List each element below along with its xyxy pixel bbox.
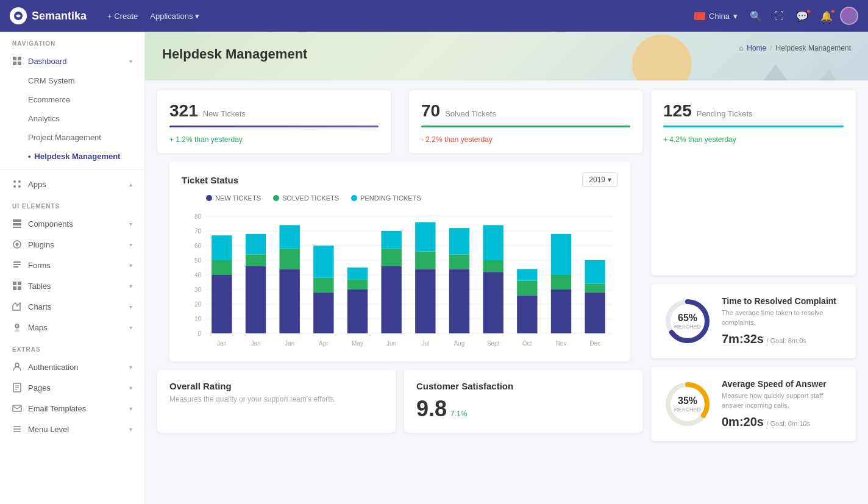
svg-text:Jan: Jan: [285, 340, 294, 347]
chevron-down-icon: ▾: [733, 12, 738, 21]
sidebar-item-dashboard[interactable]: Dashboard ▾: [0, 51, 144, 71]
components-icon: [12, 219, 22, 229]
pending-tickets-dot: [351, 195, 357, 201]
svg-text:60: 60: [194, 243, 202, 249]
svg-text:50: 50: [194, 257, 202, 264]
legend-pending-label: PENDING TICKETS: [360, 194, 421, 202]
plugins-label: Plugins: [28, 240, 54, 249]
breadcrumb-current: Helpdesk Management: [776, 44, 851, 52]
svg-rect-4: [18, 62, 21, 65]
sidebar-item-tables[interactable]: Tables ▾: [0, 275, 144, 296]
svg-marker-33: [781, 69, 863, 80]
sidebar-item-helpdesk[interactable]: Helpdesk Management: [0, 147, 144, 166]
sidebar-item-crm[interactable]: CRM System: [0, 71, 144, 90]
svg-text:20: 20: [194, 301, 202, 308]
logo: Semantika: [10, 7, 87, 24]
svg-rect-61: [279, 225, 299, 248]
avg-speed-card: 35% REACHED Average Speed of Answer Meas…: [651, 367, 856, 441]
email-templates-label: Email Templates: [28, 404, 86, 413]
search-button[interactable]: 🔍: [745, 7, 767, 26]
sidebar-item-authentication[interactable]: Authentication ▾: [0, 357, 144, 377]
sidebar-item-maps[interactable]: Maps ▾: [0, 317, 144, 338]
sidebar-item-analytics[interactable]: Analytics: [0, 109, 144, 128]
svg-rect-10: [13, 223, 21, 225]
chevron-down-icon: ▾: [195, 12, 199, 21]
svg-rect-72: [415, 252, 435, 269]
svg-rect-78: [483, 260, 503, 272]
avg-speed-title: Average Speed of Answer: [722, 379, 844, 389]
expand-button[interactable]: ⛶: [769, 7, 789, 25]
pages-icon: [12, 383, 22, 392]
solved-tickets-bar: [421, 126, 630, 127]
svg-text:Nov: Nov: [556, 340, 567, 347]
chevron-down-icon: ▾: [129, 58, 132, 65]
plugins-icon: [12, 240, 22, 249]
chevron-up-icon: ▴: [129, 181, 132, 188]
sidebar-item-project[interactable]: Project Management: [0, 128, 144, 147]
svg-text:40: 40: [194, 272, 202, 279]
avatar[interactable]: [840, 7, 858, 25]
svg-text:70: 70: [194, 228, 202, 235]
sidebar-item-charts[interactable]: Charts ▾: [0, 296, 144, 317]
solved-tickets-number: 70: [421, 101, 440, 121]
svg-point-13: [16, 243, 19, 246]
new-tickets-dot: [206, 195, 212, 201]
country-selector[interactable]: China ▾: [689, 8, 742, 24]
tables-label: Tables: [28, 282, 51, 291]
svg-rect-74: [449, 269, 469, 333]
svg-text:Oct: Oct: [522, 340, 532, 347]
main-content: Helpdesk Management ⌂ Home / Helpdesk Ma…: [145, 32, 868, 504]
svg-rect-17: [18, 286, 21, 290]
chevron-down-icon: ▾: [129, 364, 132, 371]
overall-rating-subtitle: Measures the quality or your support tea…: [169, 395, 383, 403]
charts-icon: [12, 302, 22, 311]
svg-rect-54: [212, 260, 232, 275]
maps-icon: [12, 322, 22, 332]
svg-rect-85: [551, 234, 571, 275]
chat-button[interactable]: 💬: [791, 7, 813, 26]
time-to-resolve-title: Time to Resolved Complaint: [722, 296, 844, 306]
svg-rect-68: [381, 266, 401, 333]
svg-rect-1: [13, 57, 16, 60]
applications-button[interactable]: Applications ▾: [144, 8, 205, 24]
navigation-section-title: NAVIGATION: [0, 32, 144, 51]
pages-label: Pages: [28, 383, 51, 392]
expand-icon: ⛶: [774, 10, 784, 21]
sidebar-item-forms[interactable]: Forms ▾: [0, 255, 144, 275]
page-header: Helpdesk Management ⌂ Home / Helpdesk Ma…: [145, 32, 868, 80]
bell-button[interactable]: 🔔: [816, 7, 838, 26]
svg-rect-58: [246, 234, 266, 255]
customer-satisfaction-sub: 7.1%: [450, 410, 467, 418]
new-tickets-change: + 1.2% than yesterday: [169, 135, 243, 144]
svg-rect-70: [381, 231, 401, 249]
sidebar-item-apps[interactable]: Apps ▴: [0, 174, 144, 194]
dashboard-label: Dashboard: [28, 57, 67, 66]
menu-level-label: Menu Level: [28, 425, 69, 434]
svg-text:Sept: Sept: [487, 340, 500, 347]
home-icon: ⌂: [739, 44, 743, 52]
charts-label: Charts: [28, 302, 51, 311]
authentication-icon: [12, 362, 22, 372]
svg-rect-64: [313, 246, 333, 278]
sidebar-item-ecommerce[interactable]: Ecommerce: [0, 90, 144, 109]
create-button[interactable]: + Create: [101, 8, 144, 24]
svg-text:Jan: Jan: [217, 340, 227, 347]
breadcrumb-home[interactable]: Home: [747, 44, 766, 52]
overall-rating-title: Overall Rating: [169, 381, 383, 391]
svg-rect-87: [585, 283, 605, 292]
svg-rect-56: [246, 266, 266, 333]
year-filter-button[interactable]: 2019 ▾: [582, 172, 618, 187]
apps-icon: [12, 179, 22, 189]
svg-rect-77: [483, 272, 503, 333]
sidebar-item-plugins[interactable]: Plugins ▾: [0, 234, 144, 255]
svg-rect-59: [279, 269, 299, 333]
sidebar-item-components[interactable]: Components ▾: [0, 213, 144, 234]
ui-elements-title: UI ELEMENTS: [0, 194, 144, 213]
sidebar-item-menu-level[interactable]: Menu Level ▾: [0, 419, 144, 439]
sidebar-item-email-templates[interactable]: Email Templates ▾: [0, 398, 144, 419]
menu-level-icon: [12, 424, 22, 434]
sidebar-item-pages[interactable]: Pages ▾: [0, 377, 144, 398]
svg-rect-14: [13, 282, 16, 285]
avg-speed-goal: / Goal: 0m:10s: [766, 420, 810, 427]
svg-rect-63: [313, 278, 333, 293]
